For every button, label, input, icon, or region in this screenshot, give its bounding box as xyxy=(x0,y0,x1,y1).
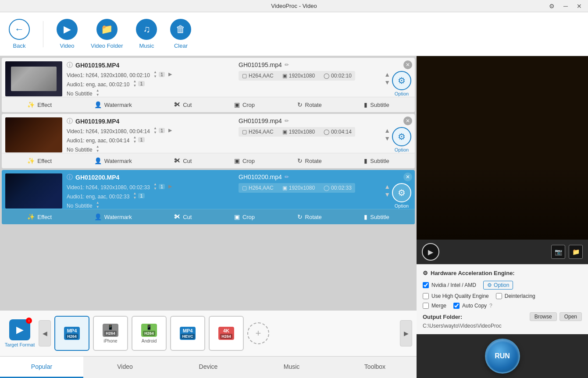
codec-gear-1: ⚙ xyxy=(392,71,411,90)
scroll-down-1[interactable]: ▼ xyxy=(384,79,390,86)
clear-button[interactable]: 🗑 Clear xyxy=(170,19,191,49)
codec-label-3: Option xyxy=(395,203,409,208)
scroll-up-3[interactable]: ▲ xyxy=(384,183,390,190)
back-button[interactable]: ← Back xyxy=(9,19,30,49)
video-folder-button[interactable]: 📁 Video Folder xyxy=(91,19,123,49)
music-button[interactable]: ♫ Music xyxy=(136,19,157,49)
codec-btn-3[interactable]: ⚙ Option xyxy=(392,183,411,208)
cut-btn-2[interactable]: ✀ Cut xyxy=(171,155,195,166)
play-button[interactable]: ▶ xyxy=(422,243,439,261)
rotate-btn-2[interactable]: ↻ Rotate xyxy=(294,155,325,166)
video-meta-row-1: Video1: h264, 1920x1080, 00:02:10 ▲▼ 1 ▶ xyxy=(67,70,230,78)
tab-popular[interactable]: Popular xyxy=(0,357,83,378)
autocopy-checkbox-group: Auto Copy ? xyxy=(453,303,492,309)
hw-option-button[interactable]: ⚙ Option xyxy=(483,281,513,290)
edit-icon-2[interactable]: ✏ xyxy=(285,118,289,124)
output-path: C:\Users\wayto\Videos\VideoProc xyxy=(423,323,582,329)
watermark-btn-1[interactable]: 👤 Watermark xyxy=(91,99,135,110)
format-add-button[interactable]: + xyxy=(247,322,269,344)
rotate-btn-3[interactable]: ↻ Rotate xyxy=(294,212,325,222)
app-title: VideoProc - Video xyxy=(271,3,317,9)
cut-icon-1: ✀ xyxy=(174,101,180,108)
quality-row: Use High Quality Engine Deinterlacing xyxy=(423,293,582,299)
close-button[interactable]: ✕ xyxy=(574,2,584,11)
tab-device[interactable]: Device xyxy=(167,357,250,378)
video-filename-3: GH010200.MP4 xyxy=(75,174,119,181)
merge-checkbox[interactable] xyxy=(423,303,429,309)
codec-btn-2[interactable]: ⚙ Option xyxy=(392,127,411,152)
crop-icon-1: ▣ xyxy=(234,101,240,108)
video-card-1[interactable]: ✕ ⓘ GH010195.MP4 Video1: h264, 1920x xyxy=(2,58,415,112)
meta-arrows-sub-1: ▲▼ xyxy=(96,88,100,97)
format-item-iphone[interactable]: 📱 H264 iPhone xyxy=(93,316,128,351)
effect-btn-2[interactable]: ✨ Effect xyxy=(24,155,55,166)
card-specs-1: ▢ H264,AAC ▣ 1920x1080 ◯ 00:02:10 xyxy=(239,71,355,81)
format-item-android[interactable]: 📱 H264 Android xyxy=(132,316,167,351)
format-scroll-left[interactable]: ◀ xyxy=(39,320,51,346)
video-button[interactable]: ▶ Video xyxy=(57,19,78,49)
scroll-up-2[interactable]: ▲ xyxy=(384,127,390,134)
edit-icon-1[interactable]: ✏ xyxy=(285,62,289,68)
right-panel: ▶ 📷 📁 ⚙ Hardware Acceleration Engine: Nv… xyxy=(417,56,588,378)
codec-btn-1[interactable]: ⚙ Option xyxy=(392,71,411,96)
main-area: ✕ ⓘ GH010195.MP4 Video1: h264, 1920x xyxy=(0,56,588,378)
format-item-mp4-hevc[interactable]: MP4 HEVC xyxy=(170,316,205,351)
close-card-1[interactable]: ✕ xyxy=(403,60,412,69)
effect-btn-1[interactable]: ✨ Effect xyxy=(24,99,55,110)
format-badge: ! xyxy=(26,318,32,324)
scroll-up-1[interactable]: ▲ xyxy=(384,71,390,78)
subtitle-btn-3[interactable]: ▮ Subtitle xyxy=(360,212,392,222)
minimize-button[interactable]: ─ xyxy=(561,2,570,11)
video-card-3[interactable]: ✕ ⓘ GH010200.MP4 Video1: h264, 1920x1080… xyxy=(2,170,415,224)
format-item-mp4-h264[interactable]: MP4 H264 xyxy=(54,316,89,351)
video-card-2[interactable]: ✕ ⓘ GH010199.MP4 Video1: h264, 1920x1080… xyxy=(2,114,415,168)
info-icon-3: ⓘ xyxy=(67,173,73,181)
tab-video[interactable]: Video xyxy=(83,357,167,378)
close-card-2[interactable]: ✕ xyxy=(403,117,412,125)
scroll-down-3[interactable]: ▼ xyxy=(384,191,390,198)
cut-btn-1[interactable]: ✀ Cut xyxy=(171,99,195,110)
deinterlace-checkbox[interactable] xyxy=(496,293,502,299)
crop-btn-3[interactable]: ▣ Crop xyxy=(231,212,258,222)
hq-label: Use High Quality Engine xyxy=(431,293,489,299)
title-bar: VideoProc - Video ⚙ ─ ✕ xyxy=(0,0,588,12)
target-format-button[interactable]: ! ▶ Target Format xyxy=(4,319,35,347)
hq-checkbox[interactable] xyxy=(423,293,429,299)
tab-music[interactable]: Music xyxy=(250,357,333,378)
subtitle-btn-1[interactable]: ▮ Subtitle xyxy=(360,99,392,110)
subtitle-btn-2[interactable]: ▮ Subtitle xyxy=(360,155,392,166)
merge-label: Merge xyxy=(431,303,446,309)
folder-buttons: Browse Open xyxy=(530,312,582,321)
browse-button[interactable]: Browse xyxy=(530,312,557,321)
deinterlace-checkbox-group: Deinterlacing xyxy=(496,293,535,299)
bottom-tabs: Popular Video Device Music Toolbox xyxy=(0,356,417,378)
format-icon-android: 📱 H264 xyxy=(141,324,157,337)
scroll-arrows-1: ▲ ▼ xyxy=(384,71,390,86)
run-button[interactable]: RUN xyxy=(485,339,520,374)
scroll-down-2[interactable]: ▼ xyxy=(384,135,390,142)
music-icon: ♫ xyxy=(136,19,157,40)
tab-toolbox[interactable]: Toolbox xyxy=(333,357,417,378)
close-card-3[interactable]: ✕ xyxy=(403,173,412,181)
edit-icon-3[interactable]: ✏ xyxy=(285,174,289,180)
open-button[interactable]: Open xyxy=(559,312,582,321)
watermark-btn-2[interactable]: 👤 Watermark xyxy=(91,155,135,166)
watermark-btn-3[interactable]: 👤 Watermark xyxy=(91,212,135,222)
main-toolbar: ← Back ▶ Video 📁 Video Folder ♫ Music 🗑 … xyxy=(0,12,588,56)
cut-btn-3[interactable]: ✀ Cut xyxy=(171,212,195,222)
rotate-btn-1[interactable]: ↻ Rotate xyxy=(294,99,325,110)
settings-button[interactable]: ⚙ xyxy=(546,2,557,11)
format-item-4k[interactable]: 4K H264 xyxy=(209,316,244,351)
codec-gear-2: ⚙ xyxy=(392,127,411,146)
nvidia-checkbox[interactable] xyxy=(423,282,429,288)
crop-btn-2[interactable]: ▣ Crop xyxy=(231,155,258,166)
screenshot-button[interactable]: 📷 xyxy=(551,245,565,259)
spec-dur-1: ◯ 00:02:10 xyxy=(324,73,352,79)
effect-btn-3[interactable]: ✨ Effect xyxy=(24,212,55,222)
folder-button[interactable]: 📁 xyxy=(569,245,583,259)
back-icon: ← xyxy=(9,19,30,40)
spec-res-1: ▣ 1920x1080 xyxy=(282,73,315,79)
crop-btn-1[interactable]: ▣ Crop xyxy=(231,99,258,110)
autocopy-checkbox[interactable] xyxy=(453,303,460,309)
format-scroll-right[interactable]: ▶ xyxy=(400,320,412,346)
